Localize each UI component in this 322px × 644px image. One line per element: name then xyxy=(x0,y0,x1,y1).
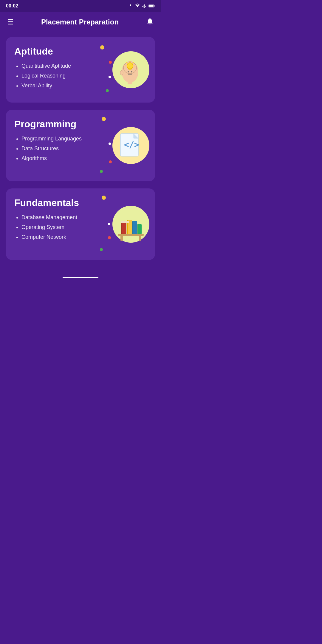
svg-rect-3 xyxy=(149,5,154,7)
svg-rect-27 xyxy=(139,236,141,241)
svg-rect-6 xyxy=(128,80,132,84)
dot-decoration xyxy=(108,223,110,225)
dot-decoration xyxy=(109,76,111,78)
svg-point-16 xyxy=(131,71,132,72)
dot-decoration xyxy=(109,143,111,145)
airplane-icon xyxy=(142,4,147,8)
bell-icon xyxy=(146,17,154,25)
wifi-icon xyxy=(135,4,140,8)
battery-icon xyxy=(148,4,155,8)
fundamentals-card[interactable]: Fundamentals Database Management Operati… xyxy=(6,188,155,260)
page-title: Placement Preparation xyxy=(41,18,119,26)
dot-decoration xyxy=(108,236,111,239)
svg-point-15 xyxy=(128,71,129,72)
dot-decoration xyxy=(100,248,103,251)
programming-illustration: </> xyxy=(112,126,150,165)
dot-decoration xyxy=(106,89,109,92)
dot-decoration xyxy=(100,170,103,173)
svg-rect-29 xyxy=(121,223,122,234)
notification-bell-button[interactable] xyxy=(146,17,154,27)
home-indicator xyxy=(63,277,98,278)
svg-rect-33 xyxy=(132,221,133,234)
header: ☰ Placement Preparation xyxy=(0,12,161,32)
svg-text:</>: </> xyxy=(124,140,139,150)
main-content: Aptitude Quantitative Aptitude Logical R… xyxy=(0,32,161,272)
status-time: 00:02 xyxy=(6,3,18,9)
svg-rect-25 xyxy=(118,234,144,236)
programming-card[interactable]: Programming Programming Languages Data S… xyxy=(6,110,155,181)
dot-decoration xyxy=(102,196,106,200)
svg-point-17 xyxy=(120,70,123,75)
aptitude-card[interactable]: Aptitude Quantitative Aptitude Logical R… xyxy=(6,37,155,103)
status-bar: 00:02 xyxy=(0,0,161,12)
aptitude-illustration xyxy=(112,50,150,89)
status-icons xyxy=(128,4,155,8)
menu-button[interactable]: ☰ xyxy=(7,18,14,26)
svg-rect-35 xyxy=(137,224,138,234)
bottom-bar xyxy=(0,272,161,283)
fundamentals-illustration xyxy=(112,205,150,244)
dot-decoration xyxy=(100,45,104,49)
signal-icon xyxy=(128,4,133,8)
svg-rect-26 xyxy=(120,236,123,241)
svg-rect-9 xyxy=(129,68,131,69)
svg-rect-2 xyxy=(154,5,155,6)
svg-rect-36 xyxy=(121,221,129,223)
dot-decoration xyxy=(102,117,106,121)
